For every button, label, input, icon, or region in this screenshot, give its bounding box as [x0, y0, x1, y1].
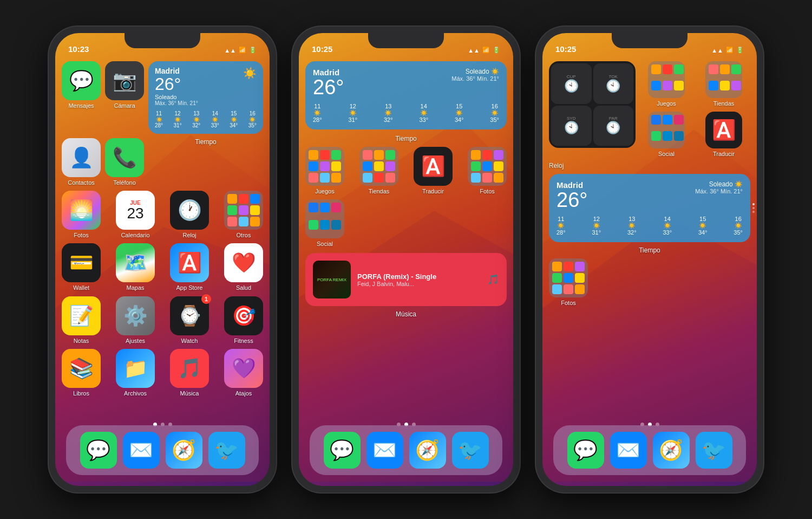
phone-1: 10:23 ▲▲ 📶 🔋 💬 Mensajes 📷 Cámara	[49, 27, 276, 492]
mensajes-label: Mensajes	[68, 102, 94, 109]
atajos-label: Atajos	[235, 390, 252, 397]
app-watch[interactable]: ⌚ 1 Watch	[170, 296, 209, 345]
app-archivos[interactable]: 📁 Archivos	[116, 349, 155, 397]
weather-widget-2[interactable]: Madrid 26° Soleado ☀️ Máx. 36° Mín. 21° …	[305, 61, 507, 129]
wallet-icon: 💳	[62, 243, 101, 282]
weather-widget-3[interactable]: Madrid 26° Soleado ☀️ Máx. 36° Mín. 21° …	[549, 174, 750, 242]
app-social[interactable]: Social	[305, 199, 344, 248]
music-title: PORFA (Remix) - Single	[357, 273, 436, 281]
salud-label: Salud	[236, 284, 251, 291]
phone-2: 10:25 ▲▲ 📶 🔋 Madrid 26° Soleado ☀️ Máx. …	[292, 27, 520, 492]
app-ajustes[interactable]: ⚙️ Ajustes	[116, 296, 155, 345]
row-fotos-3: Fotos	[549, 258, 750, 307]
dock-mail-3[interactable]: ✉️	[610, 432, 647, 469]
fotos-icon: 🌅	[62, 191, 101, 230]
weather-forecast-3: 11☀️28° 12☀️31° 13☀️32° 14☀️33° 15☀️34° …	[556, 216, 743, 236]
dock-twitter-3[interactable]: 🐦	[696, 432, 732, 469]
app-tiendas[interactable]: Tiendas	[359, 147, 398, 195]
tiendas-folder-3	[705, 61, 742, 98]
fitness-icon: 🎯	[224, 296, 263, 335]
app-social-3[interactable]: Social	[648, 112, 685, 158]
notch-2	[368, 33, 444, 48]
phone2-content: Madrid 26° Soleado ☀️ Máx. 36° Mín. 21° …	[305, 61, 507, 318]
battery-icon: 🔋	[249, 47, 257, 54]
juegos-label-3: Juegos	[657, 100, 676, 107]
app-libros[interactable]: 📚 Libros	[62, 349, 101, 397]
app-fotos-1[interactable]: 🌅 Fotos	[62, 191, 101, 239]
right-folders-row2: Social 🅰️ Traducir	[640, 112, 750, 158]
dock-whatsapp-2[interactable]: 💬	[324, 432, 361, 469]
app-otros[interactable]: Otros	[224, 191, 263, 239]
weather-minmax-3: Máx. 36° Mín. 21°	[695, 188, 743, 194]
battery-icon-3: 🔋	[736, 47, 744, 54]
app-reloj[interactable]: 🕐 Reloj	[170, 191, 209, 239]
mapas-label: Mapas	[126, 284, 144, 291]
traducir-label: Traducir	[422, 188, 444, 195]
calendario-label: Calendario	[121, 232, 149, 239]
battery-icon-2: 🔋	[493, 47, 500, 54]
notas-icon: 📝	[62, 296, 101, 335]
app-calendario[interactable]: JUE 23 Calendario	[116, 191, 155, 239]
dock-twitter-2[interactable]: 🐦	[452, 432, 489, 469]
otros-label: Otros	[237, 232, 251, 239]
wifi-icon-2: 📶	[482, 47, 490, 54]
music-artist: Feid, J Balvin, Malu...	[357, 281, 436, 287]
app-juegos[interactable]: Juegos	[305, 147, 344, 195]
music-info: PORFA (Remix) - Single Feid, J Balvin, M…	[357, 273, 499, 287]
app-camara[interactable]: 📷 Cámara	[105, 61, 144, 134]
tiendas-folder	[359, 147, 398, 186]
appstore-icon: 🅰️	[170, 243, 209, 282]
juegos-label: Juegos	[315, 188, 334, 195]
dock-twitter-1[interactable]: 🐦	[208, 432, 245, 469]
app-mensajes[interactable]: 💬 Mensajes	[62, 61, 101, 134]
dock-mail-2[interactable]: ✉️	[366, 432, 403, 469]
phone1-content: 💬 Mensajes 📷 Cámara Madrid 26° ☀️	[62, 61, 263, 401]
app-fotos-3[interactable]: Fotos	[549, 258, 588, 307]
dock-3: 💬 ✉️ 🧭 🐦	[553, 425, 746, 475]
time-2: 10:25	[312, 44, 332, 54]
weather-temp-2: 26°	[313, 77, 344, 98]
dock-whatsapp-3[interactable]: 💬	[567, 432, 604, 469]
music-widget[interactable]: PORFA REMIX PORFA (Remix) - Single Feid,…	[305, 253, 507, 306]
app-tiendas-3[interactable]: Tiendas	[705, 61, 742, 107]
app-juegos-3[interactable]: Juegos	[648, 61, 685, 107]
ajustes-label: Ajustes	[126, 338, 145, 345]
wifi-icon-3: 📶	[726, 47, 734, 54]
app-contactos[interactable]: 👤 Contactos	[62, 138, 101, 186]
app-musica[interactable]: 🎵 Música	[170, 349, 209, 397]
wifi-icon: 📶	[239, 47, 246, 54]
tiempo-label-1: Tiempo	[195, 138, 217, 146]
watch-label: Watch	[181, 338, 198, 345]
social-label-3: Social	[658, 151, 675, 158]
status-icons-2: ▲▲ 📶 🔋	[468, 47, 500, 54]
libros-label: Libros	[73, 390, 89, 397]
musica-icon: 🎵	[170, 349, 209, 388]
app-notas[interactable]: 📝 Notas	[62, 296, 101, 345]
row3-1: CUP 🕙 TOK 🕙 SYD 🕙 PAR 🕙	[549, 61, 750, 158]
wallet-label: Wallet	[73, 284, 89, 291]
app-traducir-3[interactable]: 🅰️ Traducir	[705, 112, 742, 158]
tiendas-label-3: Tiendas	[713, 100, 735, 107]
app-wallet[interactable]: 💳 Wallet	[62, 243, 101, 291]
reloj-label: Reloj	[182, 232, 196, 239]
dock-safari-3[interactable]: 🧭	[653, 432, 690, 469]
app-traducir-2[interactable]: 🅰️ Traducir	[414, 147, 453, 195]
weather-forecast-1: 11☀️28° 12☀️31° 13☀️32° 14☀️33° 15☀️34° …	[155, 111, 257, 128]
app-mapas[interactable]: 🗺️ Mapas	[116, 243, 155, 291]
app-salud[interactable]: ❤️ Salud	[224, 243, 263, 291]
dock-mail-1[interactable]: ✉️	[123, 432, 160, 469]
app-atajos[interactable]: 💜 Atajos	[224, 349, 263, 397]
app-fotos-2[interactable]: Fotos	[468, 147, 507, 195]
notch-3	[612, 33, 687, 48]
notch-1	[125, 33, 200, 48]
app-fitness[interactable]: 🎯 Fitness	[224, 296, 263, 345]
camara-icon: 📷	[105, 61, 144, 100]
dock-whatsapp-1[interactable]: 💬	[80, 432, 117, 469]
weather-widget-1[interactable]: Madrid 26° ☀️ Soleado Máx. 36° Mín. 21° …	[148, 61, 263, 134]
dock-safari-2[interactable]: 🧭	[409, 432, 446, 469]
social-folder	[305, 199, 344, 238]
app-telefono[interactable]: 📞 Teléfono	[105, 138, 144, 186]
app-appstore[interactable]: 🅰️ App Store	[170, 243, 209, 291]
dock-safari-1[interactable]: 🧭	[166, 432, 202, 469]
clock-widget[interactable]: CUP 🕙 TOK 🕙 SYD 🕙 PAR 🕙	[549, 61, 636, 148]
